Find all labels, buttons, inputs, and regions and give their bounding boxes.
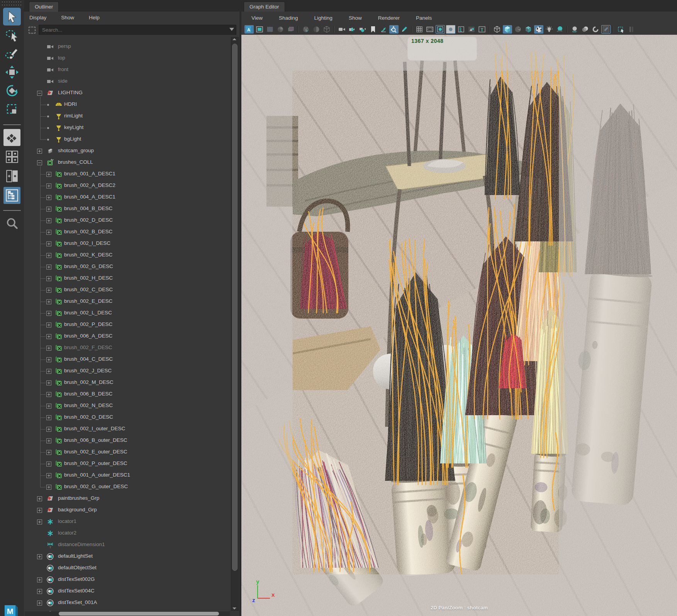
flat-shade-mode-button[interactable]	[513, 25, 523, 34]
outliner-row-brush_001_A_DESC1[interactable]: brush_001_A_DESC1	[24, 168, 231, 180]
expander-plus-icon[interactable]	[46, 380, 51, 385]
grease-pencil-button[interactable]	[379, 25, 388, 34]
expander-plus-icon[interactable]	[37, 589, 42, 594]
outliner-row-brush_002_H_DESC[interactable]: brush_002_H_DESC	[24, 273, 231, 284]
resolution-gate-toggle[interactable]	[255, 25, 264, 34]
outliner-row-brush_002_O_DESC[interactable]: brush_002_O_DESC	[24, 412, 231, 423]
expander-plus-icon[interactable]	[46, 392, 51, 397]
outliner-row-rimLight[interactable]: rimLight	[24, 110, 231, 122]
ambient-occlusion-button[interactable]	[570, 25, 579, 34]
outliner-row-locator2[interactable]: locator2	[24, 528, 231, 539]
expander-minus-icon[interactable]	[37, 160, 42, 165]
outliner-row-brush_002_B_DESC[interactable]: brush_002_B_DESC	[24, 226, 231, 238]
hscrollbar-thumb[interactable]	[59, 612, 219, 616]
expander-plus-icon[interactable]	[46, 311, 51, 316]
vp-menu-renderer[interactable]: Renderer	[377, 14, 401, 22]
expander-plus-icon[interactable]	[46, 485, 51, 490]
scroll-up-icon[interactable]	[232, 38, 236, 40]
select-camera-button[interactable]	[337, 25, 346, 34]
isolate-select-button[interactable]	[616, 25, 626, 34]
expander-plus-icon[interactable]	[46, 427, 51, 432]
exposure-frame-button[interactable]	[601, 25, 611, 34]
outliner-row-brush_002_I_outer_DESC[interactable]: brush_002_I_outer_DESC	[24, 423, 231, 435]
outliner-row-paintbrushes_Grp[interactable]: paintbrushes_Grp	[24, 493, 231, 504]
layout-four-pane[interactable]	[3, 148, 20, 165]
outliner-row-defaultLightSet[interactable]: defaultLightSet	[24, 551, 231, 562]
motion-blur-button[interactable]	[580, 25, 590, 34]
outliner-row-brush_002_G_DESC[interactable]: brush_002_G_DESC	[24, 261, 231, 273]
layout-two-pane[interactable]	[3, 168, 20, 185]
image-plane-toggle[interactable]	[286, 25, 295, 34]
outliner-row-brush_004_A_DESC1[interactable]: brush_004_A_DESC1	[24, 192, 231, 203]
outliner-row-brush_002_M_DESC[interactable]: brush_002_M_DESC	[24, 377, 231, 389]
expander-plus-icon[interactable]	[46, 172, 51, 177]
scale-tool[interactable]	[3, 100, 21, 118]
menu-display[interactable]: Display	[28, 14, 48, 21]
outliner-row-shotcam_group[interactable]: shotcam_group	[24, 145, 231, 157]
gate-mask-toggle[interactable]	[265, 25, 275, 34]
expander-plus-icon[interactable]	[46, 183, 51, 188]
resolution-gate-frame-toggle[interactable]	[436, 25, 445, 34]
expander-plus-icon[interactable]	[46, 473, 51, 478]
outliner-vertical-scrollbar[interactable]	[231, 37, 239, 611]
outliner-row-persp[interactable]: persp	[24, 41, 231, 53]
outliner-row-brush_002_F_DESC[interactable]: brush_002_F_DESC	[24, 342, 231, 354]
wireframe-mode-button[interactable]	[492, 25, 502, 34]
outliner-row-distTexSet_001A[interactable]: distTexSet_001A	[24, 597, 231, 609]
camera-attributes-button[interactable]	[358, 25, 367, 34]
outliner-row-brush_002_P_outer_DESC[interactable]: brush_002_P_outer_DESC	[24, 458, 231, 470]
outliner-row-keyLight[interactable]: keyLight	[24, 122, 231, 134]
shading-sphere-icon[interactable]	[312, 25, 321, 34]
layout-outliner-persp[interactable]	[3, 187, 20, 204]
outliner-row-defaultObjectSet[interactable]: defaultObjectSet	[24, 562, 231, 574]
vp-menu-shading[interactable]: Shading	[277, 14, 300, 22]
expander-plus-icon[interactable]	[37, 601, 42, 606]
toolbox-grip[interactable]	[2, 1, 22, 7]
outliner-row-brush_002_N_DESC[interactable]: brush_002_N_DESC	[24, 400, 231, 412]
expander-plus-icon[interactable]	[37, 496, 42, 501]
expander-plus-icon[interactable]	[46, 288, 51, 293]
expander-plus-icon[interactable]	[46, 369, 51, 374]
outliner-row-side[interactable]: side	[24, 76, 231, 87]
expander-plus-icon[interactable]	[46, 253, 51, 258]
gate-mask-frame-toggle[interactable]	[446, 25, 455, 34]
scrollbar-thumb[interactable]	[232, 44, 238, 571]
rotate-tool[interactable]	[3, 82, 21, 100]
select-highlight-badge[interactable]: A	[244, 25, 254, 34]
outliner-row-background_Grp[interactable]: background_Grp	[24, 504, 231, 516]
outliner-row-LIGHTING[interactable]: LIGHTING	[24, 87, 231, 99]
pencil-button[interactable]	[400, 25, 409, 34]
search-input[interactable]	[39, 25, 236, 35]
menu-help[interactable]: Help	[87, 14, 101, 21]
outliner-row-brush_001_A_outer_DESC1[interactable]: brush_001_A_outer_DESC1	[24, 470, 231, 481]
paint-select-tool[interactable]	[3, 45, 21, 63]
textured-cube-dim-icon[interactable]	[322, 25, 331, 34]
outliner-row-brushes_COLL[interactable]: brushes_COLL	[24, 157, 231, 168]
outliner-row-brush_002_A_DESC2[interactable]: brush_002_A_DESC2	[24, 180, 231, 192]
depth-of-field-button[interactable]	[591, 25, 600, 34]
outliner-row-brush_002_J_DESC[interactable]: brush_002_J_DESC	[24, 365, 231, 377]
outliner-row-HDRI[interactable]: HDRI	[24, 99, 231, 110]
expander-minus-icon[interactable]	[37, 91, 42, 96]
outliner-row-brush_002_G_outer_DESC[interactable]: brush_002_G_outer_DESC	[24, 481, 231, 493]
outliner-row-distTexSet002G[interactable]: distTexSet002G	[24, 574, 231, 585]
vp-menu-panels[interactable]: Panels	[414, 14, 433, 22]
vp-menu-view[interactable]: View	[250, 14, 264, 22]
scroll-down-icon[interactable]	[232, 608, 236, 609]
expander-plus-icon[interactable]	[37, 508, 42, 513]
outliner-row-brush_006_B_outer_DESC[interactable]: brush_006_B_outer_DESC	[24, 435, 231, 446]
field-chart-toggle[interactable]	[456, 25, 466, 34]
lock-camera-button[interactable]	[348, 25, 357, 34]
expander-plus-icon[interactable]	[46, 462, 51, 467]
magnifier-icon[interactable]	[3, 215, 20, 232]
renderer-icon[interactable]	[301, 25, 311, 34]
smooth-shade-mode-button[interactable]	[503, 25, 512, 34]
tab-outliner[interactable]: Outliner	[29, 2, 59, 12]
outliner-row-brush_006_B_DESC[interactable]: brush_006_B_DESC	[24, 389, 231, 400]
outliner-row-brush_004_B_DESC[interactable]: brush_004_B_DESC	[24, 203, 231, 215]
expander-plus-icon[interactable]	[46, 404, 51, 409]
expander-plus-icon[interactable]	[46, 334, 51, 339]
expander-plus-icon[interactable]	[46, 322, 51, 328]
outliner-row-locator1[interactable]: locator1	[24, 516, 231, 528]
expander-plus-icon[interactable]	[46, 415, 51, 420]
